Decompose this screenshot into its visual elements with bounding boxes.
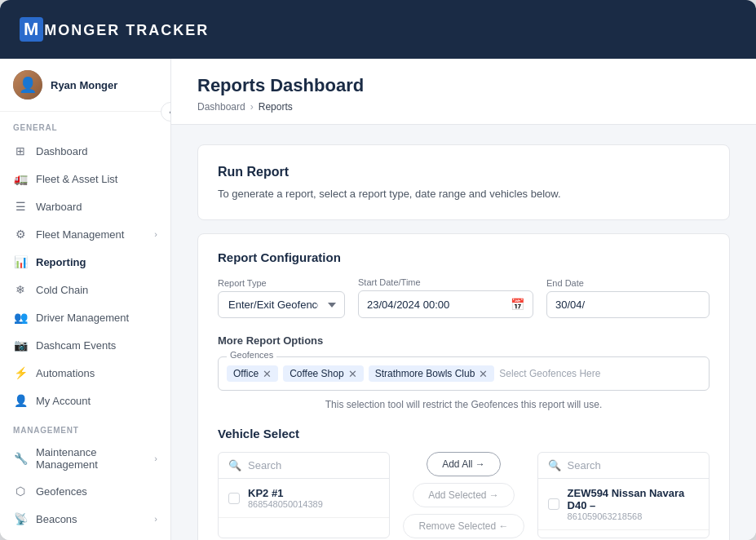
user-profile[interactable]: Ryan Monger (0, 59, 170, 112)
sidebar-item-maintenance-management[interactable]: 🔧 Maintenance Management › (0, 440, 170, 477)
run-report-title: Run Report (218, 165, 710, 179)
automations-icon: ⚡ (13, 365, 28, 380)
breadcrumb: Dashboard › Reports (197, 101, 730, 113)
sidebar-item-label: Automations (36, 367, 95, 379)
sidebar-item-label: Dashboard (36, 145, 88, 157)
content-area: Run Report To generate a report, select … (171, 125, 756, 540)
report-type-group: Report Type Enter/Exit Geofences Trip Re… (218, 278, 345, 318)
sidebar: Ryan Monger ‹ GENERAL ⊞ Dashboard 🚛 Flee… (0, 59, 171, 540)
sidebar-item-dashboard[interactable]: ⊞ Dashboard (0, 137, 170, 165)
search-icon: 🔍 (548, 459, 561, 471)
remove-selected-button[interactable]: Remove Selected ← (403, 514, 524, 538)
search-input-right[interactable] (568, 459, 699, 471)
sidebar-item-label: Driver Management (36, 312, 129, 324)
vehicle-checkbox[interactable] (548, 498, 559, 510)
sidebar-item-label: Fleet & Asset List (36, 173, 117, 185)
sidebar-item-label: My Account (36, 395, 91, 407)
sidebar-item-label: Fleet Management (36, 228, 124, 241)
end-date-group: End Date (546, 278, 710, 318)
tag-label: Coffee Shop (290, 368, 344, 379)
vehicle-selected-list: ZEW594 Nissan Navara D40 – 8610590632185… (538, 479, 709, 530)
sidebar-item-my-account[interactable]: 👤 My Account (0, 387, 170, 414)
report-type-label: Report Type (218, 278, 345, 288)
vehicle-select-section: Vehicle Select 🔍 (218, 427, 710, 538)
vehicle-available-panel: 🔍 KP2 #1 868548050014389 (218, 452, 390, 538)
breadcrumb-parent[interactable]: Dashboard (197, 101, 245, 113)
add-selected-button[interactable]: Add Selected → (413, 483, 515, 507)
report-type-select[interactable]: Enter/Exit Geofences Trip Report Idle Re… (218, 291, 345, 318)
vehicle-checkbox[interactable] (228, 493, 240, 504)
sidebar-item-label: Reporting (36, 256, 86, 268)
sidebar-item-label: Warboard (36, 201, 82, 213)
geofences-label: Geofences (227, 350, 276, 360)
vehicle-name: KP2 #1 (248, 487, 379, 499)
start-datetime-field[interactable] (367, 299, 504, 311)
sidebar-item-dashcam-events[interactable]: 📷 Dashcam Events (0, 331, 170, 359)
geofences-input[interactable]: Geofences Office ✕ Coffee Shop ✕ Strathm… (218, 356, 710, 391)
sidebar-item-label: Dashcam Events (36, 339, 116, 352)
vehicle-search-right[interactable]: 🔍 (538, 453, 709, 479)
search-input-left[interactable] (248, 459, 379, 471)
chevron-right-icon: › (154, 514, 157, 524)
app-logo: MMONGER TRACKER (20, 17, 209, 42)
sidebar-item-cold-chain[interactable]: ❄ Cold Chain (0, 276, 170, 303)
tag-close-icon[interactable]: ✕ (348, 369, 357, 379)
vehicle-select-title: Vehicle Select (218, 427, 710, 440)
start-datetime-group: Start Date/Time 📅 (358, 277, 533, 318)
sidebar-management-label: MANAGEMENT (0, 414, 170, 440)
more-options-label: More Report Options (218, 334, 710, 347)
sidebar-item-warboard[interactable]: ☰ Warboard (0, 193, 170, 220)
vehicle-select-layout: 🔍 KP2 #1 868548050014389 (218, 452, 710, 538)
start-datetime-label: Start Date/Time (358, 277, 533, 287)
geofence-tag-office[interactable]: Office ✕ (227, 365, 278, 382)
end-date-input[interactable] (546, 291, 710, 318)
maintenance-icon: 🔧 (13, 451, 28, 466)
tag-close-icon[interactable]: ✕ (479, 369, 488, 379)
sidebar-general-label: GENERAL (0, 112, 170, 137)
sidebar-item-beacons[interactable]: 📡 Beacons › (0, 505, 170, 533)
warboard-icon: ☰ (13, 199, 28, 214)
tag-close-icon[interactable]: ✕ (263, 369, 272, 379)
vehicle-actions: Add All → Add Selected → Remove Selected… (390, 452, 537, 538)
sidebar-item-reporting[interactable]: 📊 Reporting (0, 248, 170, 276)
geofence-tag-coffee-shop[interactable]: Coffee Shop ✕ (283, 365, 364, 382)
end-date-label: End Date (546, 278, 710, 288)
avatar (13, 70, 42, 100)
tag-label: Strathmore Bowls Club (375, 368, 475, 379)
list-item[interactable]: KP2 #1 868548050014389 (219, 479, 389, 518)
calendar-icon[interactable]: 📅 (511, 298, 524, 311)
vehicle-info: KP2 #1 868548050014389 (248, 487, 379, 509)
add-all-button[interactable]: Add All → (427, 452, 501, 476)
my-account-icon: 👤 (13, 393, 28, 408)
breadcrumb-current: Reports (259, 101, 293, 113)
sidebar-item-driver-management[interactable]: 👥 Driver Management (0, 303, 170, 331)
breadcrumb-separator: › (250, 101, 254, 113)
start-datetime-input[interactable]: 📅 (358, 290, 533, 318)
sidebar-item-label: Geofences (36, 485, 87, 498)
sidebar-item-label: Beacons (36, 513, 77, 525)
user-name: Ryan Monger (51, 79, 117, 91)
page-header: Reports Dashboard Dashboard › Reports (171, 59, 756, 125)
app-header: MMONGER TRACKER (0, 0, 756, 59)
cold-chain-icon: ❄ (13, 282, 28, 297)
sidebar-item-subscriptions[interactable]: 🏷 Subscriptions (0, 533, 170, 540)
geofence-tag-strathmore[interactable]: Strathmore Bowls Club ✕ (369, 365, 495, 382)
reporting-icon: 📊 (13, 255, 28, 269)
sidebar-item-label: Cold Chain (36, 284, 88, 296)
sidebar-item-fleet-management[interactable]: ⚙ Fleet Management › (0, 220, 170, 248)
vehicle-id: 861059063218568 (568, 511, 699, 521)
vehicle-search-left[interactable]: 🔍 (219, 453, 389, 479)
sidebar-item-fleet-asset-list[interactable]: 🚛 Fleet & Asset List (0, 165, 170, 193)
vehicle-name: ZEW594 Nissan Navara D40 – (568, 487, 699, 511)
geofences-placeholder: Select Geofences Here (499, 368, 600, 379)
config-row: Report Type Enter/Exit Geofences Trip Re… (218, 277, 710, 318)
geofences-icon: ⬡ (13, 484, 28, 498)
run-report-desc: To generate a report, select a report ty… (218, 188, 710, 200)
end-date-field[interactable] (555, 299, 701, 311)
sidebar-item-geofences[interactable]: ⬡ Geofences (0, 477, 170, 505)
sidebar-item-label: Maintenance Management (36, 446, 154, 471)
chevron-right-icon: › (154, 229, 157, 239)
list-item[interactable]: ZEW594 Nissan Navara D40 – 8610590632185… (538, 479, 709, 530)
vehicle-info: ZEW594 Nissan Navara D40 – 8610590632185… (568, 487, 699, 521)
sidebar-item-automations[interactable]: ⚡ Automations (0, 359, 170, 387)
